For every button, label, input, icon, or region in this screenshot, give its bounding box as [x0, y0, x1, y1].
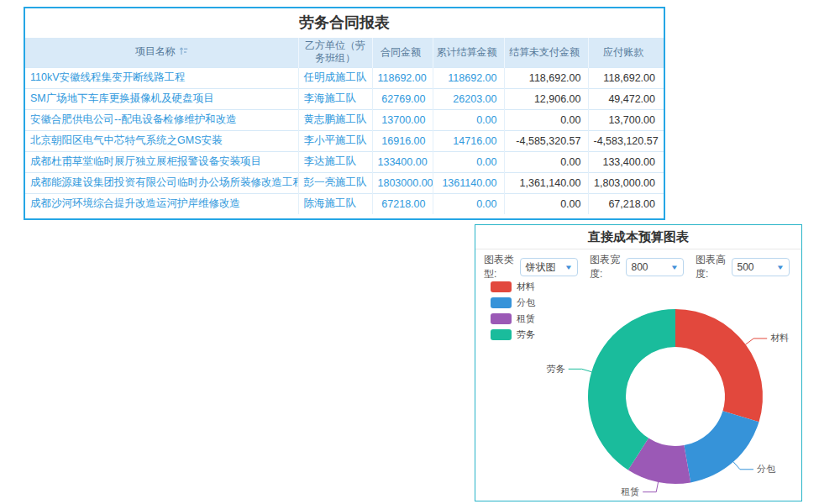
settled-amount-cell: 0.00 — [433, 193, 504, 214]
slice-label: 劳务 — [547, 364, 565, 374]
unit-cell: 任明成施工队 — [298, 67, 372, 88]
report-table-body: 110kV安徽线程集变开断线路工程任明成施工队118692.00118692.0… — [25, 67, 664, 214]
report-title: 劳务合同报表 — [25, 8, 664, 38]
slice-label: 租赁 — [621, 486, 639, 496]
slice-label: 材料 — [770, 333, 789, 343]
slice-label: 分包 — [757, 464, 776, 474]
project-name-cell[interactable]: 110kV安徽线程集变开断线路工程 — [25, 67, 298, 88]
label-leader-line — [733, 462, 753, 470]
page: 劳务合同报表 项目名称乙方单位（劳务班组）合同金额累计结算金额结算未支付金额应付… — [0, 0, 840, 504]
table-header-row: 项目名称乙方单位（劳务班组）合同金额累计结算金额结算未支付金额应付账款 — [25, 38, 664, 67]
project-name-cell[interactable]: 北京朝阳区电气中芯特气系统之GMS安装 — [25, 130, 298, 151]
unpaid-amount-cell: 12,906.00 — [504, 88, 588, 109]
unit-cell: 黄志鹏施工队 — [298, 109, 372, 130]
unpaid-amount-cell: 1,361,140.00 — [504, 172, 588, 193]
project-name-cell[interactable]: 安徽合肥供电公司--配电设备检修维护和改造 — [25, 109, 298, 130]
contract-amount-cell: 16916.00 — [372, 130, 433, 151]
payable-cell: 49,472.00 — [588, 88, 664, 109]
contract-amount-cell: 62769.00 — [372, 88, 433, 109]
table-row[interactable]: 110kV安徽线程集变开断线路工程任明成施工队118692.00118692.0… — [25, 67, 664, 88]
column-header-label: 合同金额 — [381, 46, 421, 58]
table-row[interactable]: 成都能源建设集团投资有限公司临时办公场所装修改造工程EPC彭一亮施工队18030… — [25, 172, 664, 193]
unpaid-amount-cell: 0.00 — [504, 151, 588, 172]
sort-icon[interactable] — [179, 46, 188, 59]
payable-cell: 67,218.00 — [588, 193, 664, 214]
pie-slice-材料[interactable] — [675, 309, 763, 422]
column-header-label: 累计结算金额 — [437, 46, 497, 58]
unit-cell: 李达施工队 — [298, 151, 372, 172]
unpaid-amount-cell: -4,585,320.57 — [504, 130, 588, 151]
table-row[interactable]: SM广场地下车库更换摄像机及硬盘项目李海施工队62769.0026203.001… — [25, 88, 664, 109]
settled-amount-cell: 0.00 — [433, 151, 504, 172]
unit-cell: 陈海施工队 — [298, 193, 372, 214]
payable-cell: 118,692.00 — [588, 67, 664, 88]
contract-amount-cell: 1803000.00 — [372, 172, 433, 193]
payable-cell: 133,400.00 — [588, 151, 664, 172]
table-row[interactable]: 成都沙河环境综合提升改造运河护岸维修改造陈海施工队67218.000.000.0… — [25, 193, 664, 214]
project-name-cell[interactable]: 成都能源建设集团投资有限公司临时办公场所装修改造工程EPC — [25, 172, 298, 193]
column-header: 累计结算金额 — [433, 38, 504, 67]
table-row[interactable]: 成都杜甫草堂临时展厅独立展柜报警设备安装项目李达施工队133400.000.00… — [25, 151, 664, 172]
unit-cell: 李海施工队 — [298, 88, 372, 109]
payable-cell: -4,583,120.57 — [588, 130, 664, 151]
contract-amount-cell: 13700.00 — [372, 109, 433, 130]
column-header-label: 应付账款 — [603, 46, 643, 58]
report-table: 项目名称乙方单位（劳务班组）合同金额累计结算金额结算未支付金额应付账款 110k… — [25, 38, 664, 214]
unpaid-amount-cell: 0.00 — [504, 193, 588, 214]
contract-amount-cell: 118692.00 — [372, 67, 433, 88]
column-header: 结算未支付金额 — [504, 38, 588, 67]
column-header-label: 结算未支付金额 — [509, 46, 580, 58]
column-header[interactable]: 项目名称 — [25, 38, 298, 67]
contract-amount-cell: 67218.00 — [372, 193, 433, 214]
project-name-cell[interactable]: SM广场地下车库更换摄像机及硬盘项目 — [25, 88, 298, 109]
table-row[interactable]: 安徽合肥供电公司--配电设备检修维护和改造黄志鹏施工队13700.000.000… — [25, 109, 664, 130]
unpaid-amount-cell: 118,692.00 — [504, 67, 588, 88]
column-header: 合同金额 — [372, 38, 433, 67]
column-header: 应付账款 — [588, 38, 664, 67]
column-header-label: 乙方单位（劳务班组） — [305, 39, 365, 64]
donut-chart: 材料分包租赁劳务 — [475, 225, 801, 501]
project-name-cell[interactable]: 成都杜甫草堂临时展厅独立展柜报警设备安装项目 — [25, 151, 298, 172]
label-leader-line — [569, 369, 592, 371]
labor-contract-report-panel: 劳务合同报表 项目名称乙方单位（劳务班组）合同金额累计结算金额结算未支付金额应付… — [24, 7, 665, 220]
unit-cell: 李小平施工队 — [298, 130, 372, 151]
settled-amount-cell: 0.00 — [433, 109, 504, 130]
unpaid-amount-cell: 0.00 — [504, 109, 588, 130]
settled-amount-cell: 26203.00 — [433, 88, 504, 109]
table-row[interactable]: 北京朝阳区电气中芯特气系统之GMS安装李小平施工队16916.0014716.0… — [25, 130, 664, 151]
column-header-label: 项目名称 — [135, 45, 176, 57]
settled-amount-cell: 1361140.00 — [433, 172, 504, 193]
settled-amount-cell: 118692.00 — [433, 67, 504, 88]
direct-cost-budget-panel: 直接成本预算图表 图表类型: 饼状图 ▼ 图表宽度: 800 ▼ 图表高度: 5… — [475, 224, 802, 501]
contract-amount-cell: 133400.00 — [372, 151, 433, 172]
payable-cell: 1,803,000.00 — [588, 172, 664, 193]
payable-cell: 13,700.00 — [588, 109, 664, 130]
label-leader-line — [746, 339, 768, 344]
settled-amount-cell: 14716.00 — [433, 130, 504, 151]
project-name-cell[interactable]: 成都沙河环境综合提升改造运河护岸维修改造 — [25, 193, 298, 214]
label-leader-line — [643, 482, 658, 492]
unit-cell: 彭一亮施工队 — [298, 172, 372, 193]
pie-slice-分包[interactable] — [684, 411, 759, 482]
column-header: 乙方单位（劳务班组） — [298, 38, 372, 67]
